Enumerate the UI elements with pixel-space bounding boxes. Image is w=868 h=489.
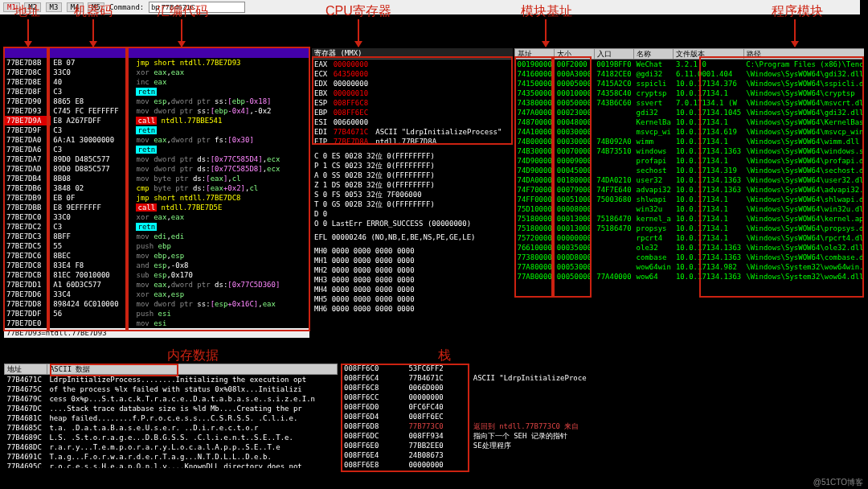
- mod-cell[interactable]: 74D90000: [515, 166, 555, 175]
- mod-cell[interactable]: gdi32: [634, 108, 674, 117]
- disasm-addr[interactable]: 77BE7DD1: [4, 280, 51, 290]
- mod-cell[interactable]: 00005000: [555, 79, 594, 88]
- stack-addr[interactable]: 008FF6E0: [342, 441, 406, 450]
- mod-cell[interactable]: \Windows\SysWOW64\combase.dll: [743, 253, 864, 262]
- disasm-addr[interactable]: 77BE7D8C: [4, 68, 51, 77]
- mod-cell[interactable]: 74870000: [515, 117, 555, 127]
- mod-cell[interactable]: msvcp_wi: [634, 127, 674, 137]
- dump-addr[interactable]: 77B468DC: [5, 442, 47, 452]
- disasm-addr[interactable]: 77BE7D93: [4, 106, 51, 116]
- mod-cell[interactable]: 10.0.17134.1363: [674, 272, 743, 281]
- mod-cell[interactable]: 74B73510: [594, 146, 633, 156]
- mod-cell[interactable]: sechost: [634, 166, 674, 175]
- mod-header[interactable]: 文件版本: [674, 49, 743, 60]
- mod-cell[interactable]: 7.0.17134.1 (W: [674, 98, 743, 108]
- registers-pane[interactable]: 寄存器 (MMX) EAX 00000000 ECX 64350000 EDX …: [312, 48, 513, 338]
- mod-cell[interactable]: 10.0.17134.1: [674, 195, 743, 204]
- mod-cell[interactable]: 10.0.17134.1: [674, 137, 743, 146]
- mod-cell[interactable]: \Windows\SysWOW64\KernelBase.dll: [743, 117, 864, 127]
- mod-cell[interactable]: 74182CE0: [594, 69, 633, 79]
- disasm-addr[interactable]: 77BE7D9A: [4, 116, 51, 125]
- disasm-addr[interactable]: 77BE7D8B: [4, 58, 51, 68]
- mod-cell[interactable]: 10.0.17134.619: [674, 127, 743, 137]
- mod-cell[interactable]: 10.0.17134.1: [674, 88, 743, 98]
- disasm-addr[interactable]: 77BE7DCB: [4, 270, 51, 280]
- mod-cell[interactable]: \Windows\SysWOW64\rpcrt4.dll: [743, 233, 864, 243]
- mod-cell[interactable]: 10.0.17134.1: [674, 214, 743, 224]
- thread-button[interactable]: M3: [46, 2, 63, 12]
- dump-addr[interactable]: 77B4671C: [5, 375, 47, 385]
- mod-cell[interactable]: propsys: [634, 224, 674, 233]
- stack-val[interactable]: 008FF934: [406, 431, 470, 441]
- mod-cell[interactable]: [594, 233, 633, 243]
- mod-cell[interactable]: \Windows\SysWOW64\propsys.dll: [743, 224, 864, 233]
- mod-cell[interactable]: \Windows\SysWOW64\user32.dll: [743, 175, 864, 185]
- mod-cell[interactable]: [594, 243, 633, 253]
- mod-cell[interactable]: 75186470: [594, 214, 633, 224]
- mod-cell[interactable]: 75180000: [515, 224, 555, 233]
- stack-val[interactable]: 00000000: [406, 392, 470, 402]
- mod-cell[interactable]: 10.0.17134.982: [674, 262, 743, 272]
- mod-cell[interactable]: 74150000: [515, 79, 555, 88]
- stack-val[interactable]: 00000000: [406, 460, 470, 468]
- mod-cell[interactable]: 3.2.1.0: [674, 60, 743, 70]
- mod-cell[interactable]: 74DA0000: [515, 175, 555, 185]
- mod-cell[interactable]: windows: [634, 146, 674, 156]
- disasm-addr[interactable]: 77BE7DBB: [4, 203, 51, 212]
- dump-addr[interactable]: 77B4691C: [5, 452, 47, 462]
- mod-cell[interactable]: 00023000: [555, 108, 594, 117]
- mod-cell[interactable]: C:\Program Files (x86)\Tencent\WeChat\We…: [743, 60, 864, 70]
- mod-cell[interactable]: 74B092A0: [594, 137, 633, 146]
- mod-cell[interactable]: kernel_a: [634, 214, 674, 224]
- stack-addr[interactable]: 008FF6CC: [342, 392, 406, 402]
- mod-cell[interactable]: \Windows\SysWOW64\msvcp_win.dll: [743, 127, 864, 137]
- mod-cell[interactable]: \Windows\SysWOW64\windows.storage.dll: [743, 146, 864, 156]
- stack-val[interactable]: 77B773C0: [406, 421, 470, 431]
- stack-val[interactable]: 008FF6EC: [406, 412, 470, 421]
- disasm-addr[interactable]: 77BE7DDF: [4, 309, 51, 318]
- mod-cell[interactable]: 75720000: [515, 233, 555, 243]
- mod-cell[interactable]: wimm: [634, 137, 674, 146]
- disasm-addr[interactable]: 77BE7D8E: [4, 77, 51, 87]
- mod-cell[interactable]: user32: [634, 175, 674, 185]
- mod-header[interactable]: 入口: [594, 49, 633, 60]
- mod-cell[interactable]: [594, 127, 633, 137]
- mod-cell[interactable]: 75186470: [594, 224, 633, 233]
- mod-cell[interactable]: [594, 253, 633, 262]
- disasm-addr[interactable]: 77BE7DC5: [4, 241, 51, 251]
- mod-cell[interactable]: 00000000: [555, 233, 594, 243]
- disasm-addr[interactable]: 77BE7DC3: [4, 232, 51, 241]
- dump-addr[interactable]: 77B4679C: [5, 394, 47, 404]
- mod-cell[interactable]: 76610000: [515, 243, 555, 253]
- mod-cell[interactable]: 743B6C60: [594, 98, 633, 108]
- stack-val[interactable]: 24B08673: [406, 450, 470, 460]
- mod-cell[interactable]: \Windows\SysWOW64\sechost.dll: [743, 166, 864, 175]
- mod-cell[interactable]: \Windows\SysWOW64\win32u.dll: [743, 204, 864, 214]
- disasm-addr[interactable]: 77BE7DB9: [4, 193, 51, 203]
- reg-value[interactable]: 77B4671C: [331, 127, 374, 137]
- mod-cell[interactable]: \Windows\SysWOW64\msvcrt.dll: [743, 98, 864, 108]
- disasm-addr[interactable]: 77BE7D9F: [4, 125, 51, 135]
- disasm-addr[interactable]: 77BE7DC2: [4, 222, 51, 232]
- disasm-addr[interactable]: 77BE7DD6: [4, 290, 51, 299]
- stack-addr[interactable]: 008FF6D8: [342, 421, 406, 431]
- mod-cell[interactable]: 10.0.17134.1363: [674, 185, 743, 195]
- dump-addr[interactable]: 77B4675C: [5, 384, 47, 394]
- mod-cell[interactable]: 10.0.17134.1363: [674, 253, 743, 262]
- mod-cell[interactable]: @gdi32: [634, 69, 674, 79]
- mod-cell[interactable]: 10.0.17134.1: [674, 156, 743, 166]
- mod-cell[interactable]: 00050000: [555, 272, 594, 281]
- dump-addr[interactable]: 77B4685C: [5, 423, 47, 433]
- stack-val[interactable]: 77BB2EE0: [406, 441, 470, 450]
- dump-addr[interactable]: 77B4689C: [5, 433, 47, 442]
- disasm-addr[interactable]: 77BE7DD8: [4, 299, 51, 309]
- mod-cell[interactable]: 00190000: [515, 60, 555, 70]
- mod-cell[interactable]: 00035000: [555, 243, 594, 253]
- dump-addr[interactable]: 77B4681C: [5, 413, 47, 423]
- mod-cell[interactable]: ole32: [634, 243, 674, 253]
- mod-header[interactable]: 基址: [515, 49, 555, 60]
- disasm-addr[interactable]: 77BE7D90: [4, 97, 51, 106]
- mod-header[interactable]: 大小: [555, 49, 594, 60]
- stack-addr[interactable]: 008FF6DC: [342, 431, 406, 441]
- mod-cell[interactable]: wow64win: [634, 262, 674, 272]
